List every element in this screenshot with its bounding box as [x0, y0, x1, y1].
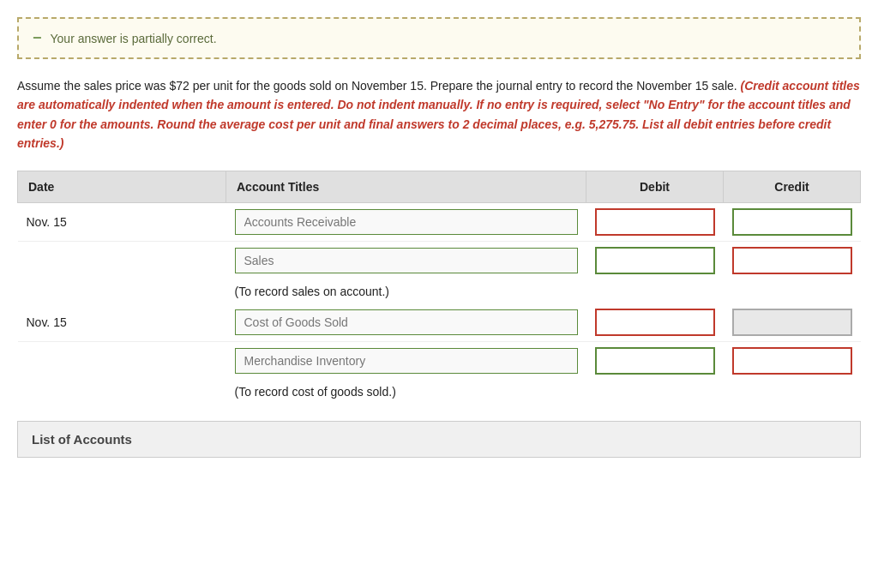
entry1-note-empty: [18, 279, 226, 303]
table-row: Nov. 15: [18, 202, 861, 241]
table-row: Nov. 15: [18, 303, 861, 342]
header-debit: Debit: [586, 171, 724, 202]
alert-box: − Your answer is partially correct.: [17, 17, 861, 59]
entry1-row2-debit-input[interactable]: [595, 247, 715, 274]
entry1-date: Nov. 15: [18, 202, 226, 241]
entry2-note: (To record cost of goods sold.): [226, 380, 861, 404]
entry1-row1-debit-input[interactable]: [595, 208, 715, 236]
entry1-row1-account-cell: [226, 202, 586, 241]
entry1-note: (To record sales on account.): [226, 279, 861, 303]
entry2-row1-credit-input[interactable]: [732, 309, 852, 336]
entry2-row2-debit-input[interactable]: [595, 347, 715, 375]
entry2-row2-credit-cell: [724, 341, 861, 380]
entry2-note-empty: [18, 380, 226, 404]
entry1-row2-account-input[interactable]: [235, 248, 578, 273]
entry1-row1-credit-input[interactable]: [732, 208, 852, 236]
list-of-accounts[interactable]: List of Accounts: [17, 421, 861, 458]
entry2-row2-account-input[interactable]: [235, 348, 578, 374]
header-account-titles: Account Titles: [226, 171, 586, 202]
instructions-normal: Assume the sales price was $72 per unit …: [17, 79, 737, 93]
entry2-row1-credit-cell: [724, 303, 861, 342]
minus-icon: −: [33, 29, 42, 47]
entry1-row2-credit-input[interactable]: [732, 247, 852, 274]
entry2-row2-debit-cell: [586, 341, 724, 380]
header-date: Date: [18, 171, 226, 202]
entry1-row2-account-cell: [226, 241, 586, 279]
table-row: (To record cost of goods sold.): [18, 380, 861, 404]
entry2-row1-account-input[interactable]: [235, 309, 578, 335]
entry2-row1-account-cell: [226, 303, 586, 342]
instructions: Assume the sales price was $72 per unit …: [17, 76, 861, 153]
table-row: [18, 241, 861, 279]
journal-table: Date Account Titles Debit Credit Nov. 15: [17, 171, 861, 404]
entry2-row2-account-cell: [226, 341, 586, 380]
entry2-row1-debit-cell: [586, 303, 724, 342]
entry1-row2-credit-cell: [724, 241, 861, 279]
entry2-date: Nov. 15: [18, 303, 226, 342]
entry1-row1-account-input[interactable]: [235, 209, 578, 235]
entry1-row2-date-empty: [18, 241, 226, 279]
entry2-row2-credit-input[interactable]: [732, 347, 852, 375]
list-of-accounts-label: List of Accounts: [32, 432, 132, 447]
table-row: (To record sales on account.): [18, 279, 861, 303]
header-credit: Credit: [724, 171, 861, 202]
entry1-row2-debit-cell: [586, 241, 724, 279]
alert-message: Your answer is partially correct.: [51, 32, 217, 45]
entry1-row1-credit-cell: [724, 202, 861, 241]
entry1-row1-debit-cell: [586, 202, 724, 241]
entry2-row2-date-empty: [18, 341, 226, 380]
table-row: [18, 341, 861, 380]
entry2-row1-debit-input[interactable]: [595, 309, 715, 336]
